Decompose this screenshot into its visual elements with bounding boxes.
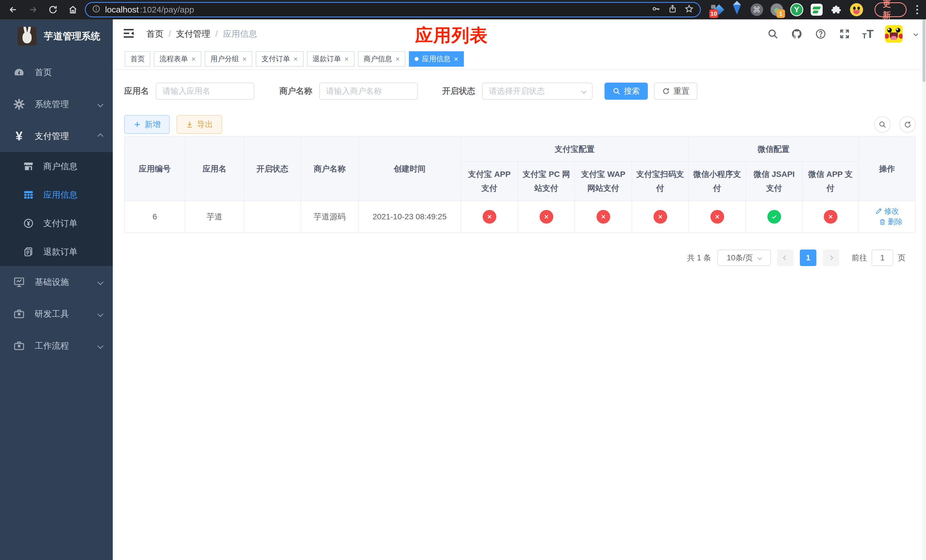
header-search-icon[interactable] bbox=[767, 28, 779, 40]
store-icon bbox=[22, 160, 35, 173]
font-size-icon[interactable]: TT bbox=[862, 28, 874, 39]
sidebar-item-merchant-info[interactable]: 商户信息 bbox=[0, 152, 113, 180]
close-icon[interactable]: × bbox=[191, 55, 196, 63]
reload-icon[interactable] bbox=[45, 2, 61, 18]
page-number-1[interactable]: 1 bbox=[800, 250, 816, 266]
tab-user-group[interactable]: 用户分组× bbox=[205, 51, 252, 67]
sidebar-item-label: 退款订单 bbox=[43, 246, 77, 258]
site-info-icon[interactable] bbox=[92, 5, 100, 15]
refresh-button[interactable] bbox=[899, 116, 916, 133]
sidebar-item-home[interactable]: 首页 bbox=[0, 56, 113, 88]
home-icon[interactable] bbox=[65, 2, 81, 18]
chevron-down-icon bbox=[757, 256, 762, 260]
tab-app-info[interactable]: 应用信息× bbox=[409, 51, 464, 67]
logo-rabbit-image bbox=[18, 27, 36, 45]
delete-button[interactable]: 删除 bbox=[879, 217, 903, 227]
merchant-name-label: 商户名称 bbox=[279, 85, 312, 97]
merchant-name-input[interactable] bbox=[319, 83, 418, 100]
chevron-up-icon bbox=[97, 133, 103, 139]
tab-refund-order[interactable]: 退款订单× bbox=[307, 51, 354, 67]
col-wx-app: 微信 APP 支付 bbox=[802, 162, 858, 201]
tab-merchant-info[interactable]: 商户信息× bbox=[358, 51, 406, 67]
sidebar-item-label: 系统管理 bbox=[35, 98, 69, 110]
address-bar[interactable]: localhost:1024/pay/app bbox=[85, 2, 701, 17]
sidebar-item-pay-order[interactable]: 支付订单 bbox=[0, 209, 113, 238]
sidebar-item-dev-tools[interactable]: 研发工具 bbox=[0, 298, 113, 330]
extension-chat-icon[interactable] bbox=[810, 3, 823, 16]
sidebar: 芋道管理系统 首页 系统管理 ¥ 支付管理 bbox=[0, 20, 113, 560]
bookmark-star-icon[interactable] bbox=[684, 4, 694, 15]
app-logo[interactable]: 芋道管理系统 bbox=[0, 20, 113, 52]
sidebar-item-payment[interactable]: ¥ 支付管理 bbox=[0, 120, 113, 152]
pagination: 共 1 条 10条/页 1 前往 页 bbox=[124, 250, 916, 266]
status-select[interactable]: 请选择开启状态 bbox=[482, 83, 593, 100]
breadcrumb: 首页 / 支付管理 / 应用信息 bbox=[146, 28, 257, 40]
tab-pay-order[interactable]: 支付订单× bbox=[256, 51, 303, 67]
app-name-input[interactable] bbox=[156, 83, 254, 100]
chrome-update-button[interactable]: 更新 bbox=[875, 2, 906, 17]
add-button[interactable]: 新增 bbox=[124, 115, 170, 134]
col-group-alipay: 支付宝配置 bbox=[461, 136, 688, 162]
sidebar-collapse-icon[interactable] bbox=[123, 27, 135, 41]
search-button[interactable]: 搜索 bbox=[605, 83, 648, 100]
close-icon[interactable]: × bbox=[395, 55, 400, 63]
sidebar-item-label: 支付管理 bbox=[35, 130, 69, 142]
chevron-down-icon bbox=[581, 89, 586, 94]
help-icon[interactable] bbox=[814, 28, 827, 40]
extensions-puzzle-icon[interactable] bbox=[830, 3, 843, 16]
fullscreen-icon[interactable] bbox=[838, 28, 851, 40]
col-app-name: 应用名 bbox=[185, 136, 244, 201]
yen-icon: ¥ bbox=[12, 130, 26, 143]
cell-wx-jsapi-status bbox=[746, 201, 802, 233]
prev-page-button[interactable] bbox=[777, 250, 794, 266]
extension-y-icon[interactable]: Y bbox=[790, 3, 803, 16]
cell-alipay-app-status bbox=[461, 201, 518, 233]
active-dot bbox=[415, 57, 419, 61]
close-icon[interactable]: × bbox=[454, 55, 458, 63]
breadcrumb-payment[interactable]: 支付管理 bbox=[176, 28, 210, 40]
extension-badge: 10 bbox=[709, 9, 718, 18]
extension-recorder-icon[interactable]: 1 bbox=[770, 3, 783, 16]
tab-process-form[interactable]: 流程表单× bbox=[154, 51, 201, 67]
sidebar-item-workflow[interactable]: 工作流程 bbox=[0, 330, 113, 362]
tab-home[interactable]: 首页 bbox=[125, 51, 150, 67]
edit-button[interactable]: 修改 bbox=[875, 206, 899, 216]
page-size-select[interactable]: 10条/页 bbox=[717, 250, 771, 266]
next-page-button[interactable] bbox=[823, 250, 839, 266]
page-scrollbar[interactable] bbox=[922, 20, 926, 560]
cell-wx-lite-status bbox=[688, 201, 746, 233]
dashboard-icon bbox=[12, 66, 26, 79]
back-icon[interactable] bbox=[5, 2, 21, 18]
col-app-id: 应用编号 bbox=[124, 136, 185, 201]
annotation-title: 应用列表 bbox=[415, 23, 488, 47]
chevron-down-icon bbox=[97, 279, 103, 285]
share-icon[interactable] bbox=[668, 4, 677, 15]
extensions-strip: 10 ⌘ 1 Y bbox=[710, 3, 863, 16]
show-search-button[interactable] bbox=[874, 116, 891, 133]
export-button[interactable]: 导出 bbox=[177, 115, 222, 134]
cell-merchant: 芋道源码 bbox=[301, 201, 359, 233]
extension-diamond-icon[interactable]: 10 bbox=[710, 3, 723, 16]
github-icon[interactable] bbox=[790, 28, 803, 40]
extension-kite-icon[interactable] bbox=[730, 3, 743, 16]
col-action: 操作 bbox=[858, 136, 915, 201]
status-label: 开启状态 bbox=[442, 85, 475, 97]
reset-button[interactable]: 重置 bbox=[654, 83, 698, 100]
url-path: :1024/pay/app bbox=[140, 5, 194, 15]
close-icon[interactable]: × bbox=[293, 55, 298, 63]
goto-page-input[interactable] bbox=[872, 250, 893, 266]
password-key-icon[interactable] bbox=[652, 4, 661, 15]
avatar-caret-icon[interactable] bbox=[914, 32, 918, 36]
forward-icon[interactable] bbox=[25, 2, 41, 18]
sidebar-item-app-info[interactable]: 应用信息 bbox=[0, 180, 113, 209]
extension-emoji-icon[interactable] bbox=[850, 3, 863, 16]
sidebar-item-infrastructure[interactable]: 基础设施 bbox=[0, 266, 113, 298]
breadcrumb-home[interactable]: 首页 bbox=[146, 28, 163, 40]
close-icon[interactable]: × bbox=[345, 55, 349, 63]
sidebar-item-refund-order[interactable]: 退款订单 bbox=[0, 238, 113, 266]
sidebar-item-system[interactable]: 系统管理 bbox=[0, 88, 113, 120]
extension-command-icon[interactable]: ⌘ bbox=[750, 3, 763, 16]
user-avatar[interactable] bbox=[885, 25, 903, 43]
browser-menu-icon[interactable] bbox=[916, 5, 918, 14]
close-icon[interactable]: × bbox=[242, 55, 247, 63]
